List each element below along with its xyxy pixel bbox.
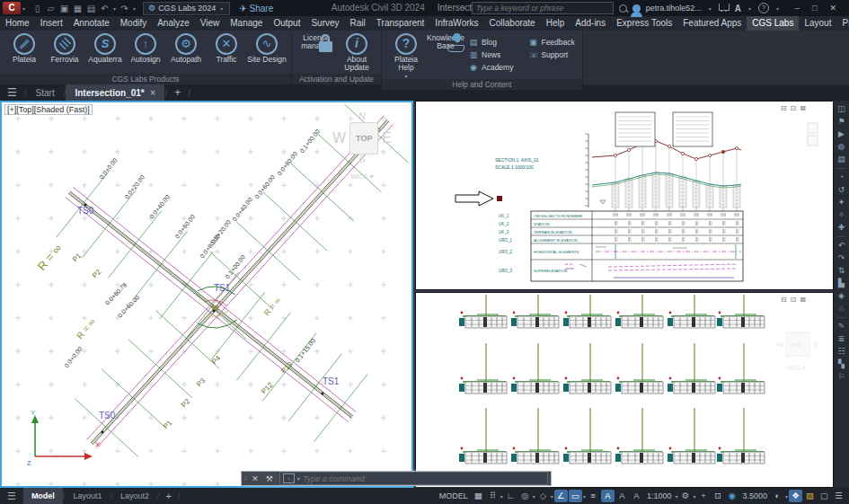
customization-icon[interactable]: ☰	[832, 490, 845, 502]
command-line-grip[interactable]: ⁞	[242, 474, 248, 482]
redo-arrow-icon[interactable]: ↷	[835, 252, 848, 264]
ribbon-tab-manage[interactable]: Manage	[225, 16, 268, 31]
command-line-customize-icon[interactable]: ⚒	[262, 474, 277, 483]
annotation-visibility-icon[interactable]: A	[601, 490, 615, 502]
layout-menu-icon[interactable]: ☰	[0, 491, 23, 502]
command-line-close-icon[interactable]: ✕	[248, 474, 262, 483]
ribbon-aquaterra-button[interactable]: SAquaterra	[85, 33, 125, 64]
ribbon-tab-home[interactable]: Home	[0, 16, 35, 31]
minimize-button[interactable]: –	[795, 4, 800, 13]
ribbon-traffic-button[interactable]: ✕Traffic	[207, 33, 246, 64]
viewport-window-controls[interactable]: ⊟ ⊡ ⊠	[781, 104, 806, 112]
search-field[interactable]	[472, 2, 614, 14]
viewcube-west[interactable]: W	[332, 130, 346, 146]
ribbon-support-link[interactable]: ☏Support	[526, 49, 577, 60]
model-viewport[interactable]: TS0TS0TS1TS1R = ∞R = ∞R = ∞R = ∞0.0+0.00…	[0, 101, 413, 488]
ribbon-tab-profile[interactable]: Profile	[836, 16, 849, 31]
snap-mode-icon[interactable]: ⠿	[486, 490, 500, 502]
layers-icon[interactable]: ▤	[835, 154, 848, 165]
ribbon-autopath-button[interactable]: ⚙Autopath	[166, 33, 206, 64]
ribbon-tab-view[interactable]: View	[195, 16, 226, 31]
model-space-button[interactable]: MODEL	[437, 491, 471, 500]
autodesk-store-icon[interactable]: A	[735, 4, 741, 13]
command-input[interactable]	[303, 474, 544, 483]
command-input-field[interactable]: › ▾	[279, 472, 548, 485]
terrain-block-icon[interactable]: ▙	[835, 278, 848, 289]
share-button[interactable]: ✈ Share	[239, 4, 273, 13]
command-line[interactable]: ⁞ ✕ ⚒ › ▾	[241, 471, 552, 486]
user-avatar[interactable]	[632, 4, 641, 13]
annotation-monitor-icon[interactable]: +	[696, 490, 710, 502]
ribbon-knowledge-base-button[interactable]: Knowledge Base	[426, 33, 465, 79]
scale-value[interactable]: 1:1000	[644, 491, 675, 500]
list-icon[interactable]: ≣	[835, 333, 848, 345]
snap-mode-icon-caret[interactable]: ▾	[500, 493, 503, 500]
lineweight-icon[interactable]: ≡	[587, 490, 600, 502]
maximize-button[interactable]: □	[812, 4, 817, 13]
save-as-icon[interactable]: ▦	[71, 4, 84, 13]
redo-icon-caret[interactable]: ▾	[133, 5, 136, 12]
ribbon-tab-layout[interactable]: Layout	[799, 16, 836, 31]
globe-icon[interactable]: ◍	[835, 141, 848, 153]
autodesk-docs-icon[interactable]: ◉	[725, 490, 738, 502]
viewport-controls-label[interactable]: [+][Top][Shaded (Fast)]	[4, 104, 93, 115]
ribbon-tab-rail[interactable]: Rail	[345, 16, 371, 31]
ribbon-tab-featured-apps[interactable]: Featured Apps	[677, 16, 747, 31]
cursor-star-icon[interactable]: ✧	[835, 209, 848, 221]
dynamic-input-icon[interactable]: ▭	[569, 490, 582, 502]
viewcube-south[interactable]: S	[332, 155, 392, 165]
search-input[interactable]	[476, 4, 609, 13]
viewcube[interactable]: N W TOP E S WCS ▾	[332, 111, 392, 181]
polar-tracking-icon[interactable]: ◎	[518, 490, 532, 502]
sheet-set-manager-icon[interactable]: ◫	[835, 103, 848, 115]
viewport-window-controls[interactable]: ⊟ ⊡ ⊠	[781, 296, 806, 304]
ribbon-news-link[interactable]: ▥News	[466, 49, 516, 60]
ribbon-tab-survey[interactable]: Survey	[305, 16, 344, 31]
undo-icon[interactable]: ↶	[98, 4, 111, 13]
units-icon[interactable]: ⊡	[711, 490, 724, 502]
recent-commands-icon[interactable]: ›	[283, 473, 295, 483]
viewcube-top-face[interactable]: TOP	[349, 122, 378, 155]
ribbon-tab-transparent[interactable]: Transparent	[371, 16, 430, 31]
ribbon-tab-modify[interactable]: Modify	[115, 16, 152, 31]
autoscale-icon[interactable]: A	[615, 490, 629, 502]
ribbon-plateia-button[interactable]: ∥Plateia	[4, 33, 44, 64]
application-menu-button[interactable]: C	[3, 2, 21, 14]
annotation-scale-icon[interactable]: A	[630, 490, 643, 502]
ribbon-tab-analyze[interactable]: Analyze	[152, 16, 195, 31]
plot-icon[interactable]: ▤	[84, 4, 98, 13]
search-icon[interactable]	[619, 4, 627, 13]
ribbon-site-design-button[interactable]: ∿Site Design	[247, 33, 287, 64]
ribbon-blog-link[interactable]: ▤Blog	[466, 37, 516, 48]
undo-arrow-icon[interactable]: ↶	[835, 240, 848, 252]
orbit-icon[interactable]: ↺	[835, 184, 848, 196]
recent-commands-caret-icon[interactable]: ▾	[297, 475, 300, 482]
polar-tracking-icon-caret[interactable]: ▾	[533, 493, 535, 500]
gem-icon[interactable]: ◈	[835, 290, 848, 302]
flag-outline-icon[interactable]: ⚐	[835, 371, 848, 383]
plus-tool-icon[interactable]: ✚	[835, 222, 848, 234]
edit-pencil-icon[interactable]: ✎	[835, 321, 848, 332]
graphics-performance-icon[interactable]: ▨	[803, 490, 817, 502]
scale-value-caret[interactable]: ▾	[675, 493, 677, 500]
user-menu-caret-icon[interactable]: ▾	[709, 5, 712, 12]
layout-tab-layout1[interactable]: Layout1	[65, 488, 110, 504]
home-icon[interactable]: ⌂	[835, 303, 848, 314]
star-icon[interactable]: ✦	[835, 197, 848, 208]
workspace-switcher[interactable]: ⚙ CGS Labs 2024 ▾	[143, 2, 230, 15]
tag-icon[interactable]: ❖	[789, 490, 802, 502]
ribbon-tab-output[interactable]: Output	[268, 16, 305, 31]
dynamic-input-icon-caret[interactable]: ▾	[583, 493, 586, 500]
world-view-icon[interactable]: ◔	[835, 172, 848, 183]
new-layout-button[interactable]: +	[159, 491, 177, 501]
ribbon-feedback-link[interactable]: ▣Feedback	[526, 37, 577, 48]
application-menu-caret-icon[interactable]: ▾	[22, 5, 25, 12]
select-arrow-icon[interactable]: ▶	[835, 128, 848, 140]
file-tab-close-icon[interactable]: ✕	[150, 89, 156, 97]
ribbon-tab-help[interactable]: Help	[541, 16, 570, 31]
ortho-mode-icon[interactable]: ∟	[504, 490, 517, 502]
help-icon[interactable]: ?	[758, 3, 769, 13]
new-file-icon[interactable]: ▯	[31, 4, 44, 13]
layout-tab-model[interactable]: Model	[23, 488, 63, 504]
file-tab-menu-icon[interactable]: ☰	[0, 86, 24, 99]
